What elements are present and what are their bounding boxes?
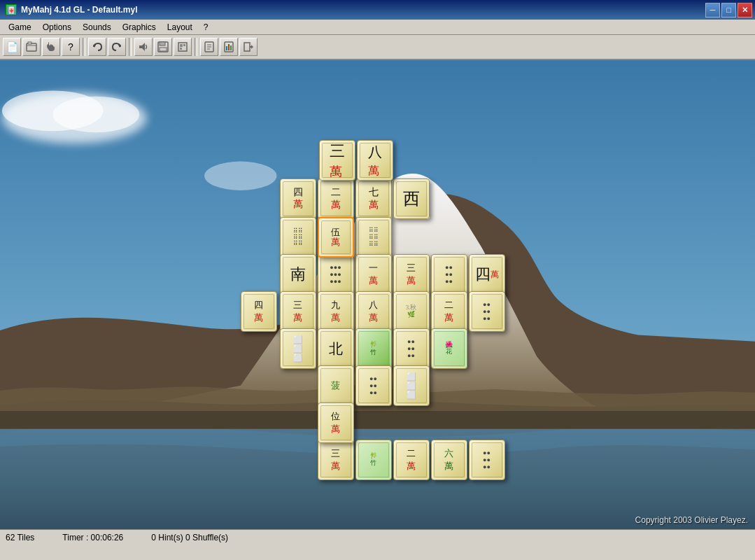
svg-rect-11: [180, 48, 182, 50]
book-button[interactable]: [200, 38, 218, 56]
separator-3: [195, 38, 197, 56]
menu-graphics[interactable]: Graphics: [117, 20, 162, 34]
tile[interactable]: 七萬: [355, 178, 392, 219]
tile[interactable]: ⠿⠿⠿⠿⠿⠿: [355, 217, 392, 258]
maximize-button[interactable]: □: [721, 3, 736, 18]
svg-rect-19: [230, 46, 232, 50]
tile[interactable]: ⠿⠿⠿⠿⠿⠿: [280, 217, 316, 258]
tile[interactable]: 🌺花: [431, 328, 467, 369]
tiles-area[interactable]: 三萬 八萬 四萬 二萬 七萬 西 伍萬 ⠿⠿⠿⠿⠿⠿ ⠿⠿⠿⠿⠿⠿: [259, 140, 497, 420]
tile[interactable]: 九萬: [318, 291, 354, 332]
open-button[interactable]: [22, 38, 41, 56]
new-button[interactable]: 📄: [3, 38, 21, 56]
tile[interactable]: 六萬: [431, 440, 467, 480]
tile[interactable]: 二萬: [318, 178, 354, 219]
title-bar-text: 🀄 MyMahj 4.1d GL - Default.myl: [3, 4, 137, 15]
menu-layout[interactable]: Layout: [162, 20, 198, 34]
tile[interactable]: ●●●●●●: [469, 440, 505, 480]
tile[interactable]: ●●●●●●: [393, 328, 430, 369]
menu-game[interactable]: Game: [3, 20, 37, 34]
title-bar: 🀄 MyMahj 4.1d GL - Default.myl ─ □ ✕: [0, 0, 755, 20]
tile[interactable]: 南: [280, 254, 316, 295]
separator-2: [129, 38, 132, 56]
tile[interactable]: 3.秋🌿: [393, 291, 430, 332]
menu-help[interactable]: ?: [198, 20, 214, 34]
hints-count: 0 Hint(s) 0 Shuffle(s): [151, 533, 228, 542]
stats-button[interactable]: [220, 38, 238, 56]
close-button[interactable]: ✕: [738, 3, 752, 18]
tile[interactable]: 三萬: [393, 254, 430, 295]
layout-button[interactable]: [174, 38, 192, 56]
minimize-button[interactable]: ─: [705, 3, 720, 18]
tile[interactable]: 三萬: [319, 140, 355, 181]
svg-marker-22: [251, 45, 253, 49]
save-button[interactable]: [154, 38, 172, 56]
svg-rect-1: [28, 42, 31, 44]
tile[interactable]: 四萬: [280, 178, 316, 219]
game-area: Copyright 2003 Olivier Playez. 三萬 八萬 四萬 …: [0, 60, 755, 545]
svg-rect-0: [27, 43, 36, 51]
copyright-text: Copyright 2003 Olivier Playez.: [635, 515, 748, 525]
menu-bar: Game Options Sounds Graphics Layout ?: [0, 20, 755, 35]
undo-button[interactable]: [88, 38, 106, 56]
tile[interactable]: 四萬: [469, 254, 505, 295]
tile[interactable]: 八萬: [355, 291, 392, 332]
svg-marker-4: [139, 43, 145, 51]
window-title: MyMahj 4.1d GL - Default.myl: [21, 5, 137, 15]
tile[interactable]: 🎋竹: [355, 440, 392, 480]
hand-button[interactable]: [42, 38, 60, 56]
app-icon: 🀄: [6, 4, 17, 15]
status-bar: 62 Tiles Timer : 00:06:26 0 Hint(s) 0 Sh…: [0, 529, 755, 545]
tile[interactable]: ⬜⬜⬜: [280, 328, 316, 369]
tiles-count: 62 Tiles: [6, 533, 34, 542]
tile[interactable]: ●●●●●●: [431, 254, 467, 295]
window-controls: ─ □ ✕: [705, 3, 752, 18]
svg-rect-18: [228, 44, 230, 50]
svg-point-26: [52, 97, 139, 133]
tile[interactable]: ●●●●●●●●●: [318, 254, 354, 295]
tile[interactable]: 🎋竹: [355, 328, 392, 369]
svg-rect-7: [160, 48, 167, 51]
tile[interactable]: ⬜⬜⬜: [393, 365, 430, 406]
svg-rect-17: [226, 46, 227, 50]
tile[interactable]: 二萬: [431, 291, 467, 332]
tile[interactable]: 三萬: [318, 440, 354, 480]
svg-rect-10: [183, 44, 185, 46]
tile[interactable]: 西: [393, 178, 430, 219]
hint-button[interactable]: ?: [62, 38, 80, 56]
tile[interactable]: ●●●●●●: [469, 291, 505, 332]
svg-rect-9: [180, 44, 183, 47]
svg-rect-20: [244, 43, 250, 51]
menu-sounds[interactable]: Sounds: [77, 20, 117, 34]
redo-button[interactable]: [108, 38, 126, 56]
timer: Timer : 00:06:26: [62, 533, 123, 542]
tile[interactable]: 四萬: [241, 291, 277, 332]
exit-button[interactable]: [239, 38, 257, 56]
tile[interactable]: 伍萬: [318, 217, 354, 258]
tile[interactable]: 一萬: [355, 254, 392, 295]
tile[interactable]: 八萬: [357, 140, 393, 181]
tile[interactable]: 菠: [318, 365, 354, 406]
tile[interactable]: 三萬: [280, 291, 316, 332]
toolbar: 📄 ?: [0, 35, 755, 60]
tile[interactable]: 位萬: [318, 402, 354, 443]
tile[interactable]: ●●●●●●: [355, 365, 392, 406]
menu-options[interactable]: Options: [37, 20, 77, 34]
tile[interactable]: 北: [318, 328, 354, 369]
separator-1: [83, 38, 85, 56]
tile[interactable]: 二萬: [393, 440, 430, 480]
sound-button[interactable]: [134, 38, 153, 56]
svg-rect-6: [160, 42, 165, 46]
